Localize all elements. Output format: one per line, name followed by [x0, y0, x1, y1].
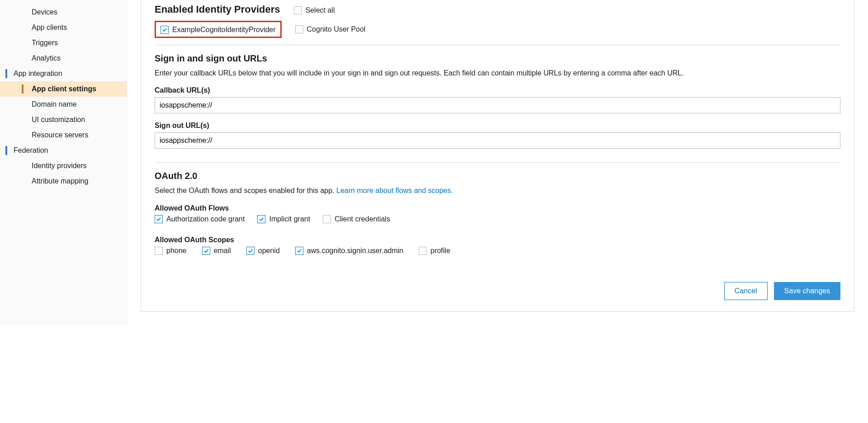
flow-auth-code-label: Authorization code grant [166, 215, 245, 223]
sidebar-item-resource-servers[interactable]: Resource servers [0, 127, 127, 143]
flow-implicit-checkbox[interactable]: Implicit grant [257, 215, 310, 223]
flow-client-credentials-label: Client credentials [335, 215, 390, 223]
checkbox-icon [295, 25, 303, 33]
oauth-heading: OAuth 2.0 [155, 171, 840, 181]
cancel-button[interactable]: Cancel [724, 282, 768, 300]
content-box: Enabled Identity Providers Select all Ex… [141, 0, 854, 312]
sidebar-item-triggers[interactable]: Triggers [0, 35, 127, 51]
sidebar-item-app-clients[interactable]: App clients [0, 20, 127, 35]
sidebar-item-federation[interactable]: Federation [0, 143, 127, 158]
sidebar-item-identity-providers[interactable]: Identity providers [0, 158, 127, 174]
provider-example-label: ExampleCognitoIdentityProvider [172, 26, 276, 34]
checkbox-icon [246, 247, 255, 255]
checkbox-icon [155, 247, 163, 255]
checkbox-icon [419, 247, 427, 255]
sidebar-item-attribute-mapping[interactable]: Attribute mapping [0, 174, 127, 189]
allowed-scopes-label: Allowed OAuth Scopes [155, 236, 840, 244]
scope-openid-label: openid [258, 247, 280, 255]
scope-phone-checkbox[interactable]: phone [155, 247, 187, 255]
scope-email-label: email [214, 247, 231, 255]
enabled-idp-heading: Enabled Identity Providers [155, 4, 280, 15]
signout-url-input[interactable] [155, 132, 840, 149]
checkbox-icon [155, 215, 163, 223]
scope-aws-cognito-label: aws.cognito.signin.user.admin [307, 247, 403, 255]
learn-more-link[interactable]: Learn more about flows and scopes. [336, 187, 453, 194]
scope-aws-cognito-checkbox[interactable]: aws.cognito.signin.user.admin [295, 247, 403, 255]
checkbox-icon [160, 26, 169, 34]
flow-implicit-label: Implicit grant [269, 215, 310, 223]
flow-client-credentials-checkbox[interactable]: Client credentials [323, 215, 390, 223]
callback-url-input[interactable] [155, 97, 840, 113]
checkbox-icon [294, 6, 302, 14]
scope-openid-checkbox[interactable]: openid [246, 247, 280, 255]
main-content: Enabled Identity Providers Select all Ex… [127, 0, 868, 325]
sidebar-item-app-client-settings[interactable]: App client settings [0, 81, 127, 97]
checkbox-icon [257, 215, 265, 223]
scope-profile-checkbox[interactable]: profile [419, 247, 450, 255]
checkbox-icon [295, 247, 303, 255]
scope-profile-label: profile [430, 247, 450, 255]
highlighted-provider: ExampleCognitoIdentityProvider [155, 21, 282, 38]
provider-cognito-checkbox[interactable]: Cognito User Pool [295, 21, 366, 33]
callback-url-label: Callback URL(s) [155, 86, 840, 94]
sidebar-item-devices[interactable]: Devices [0, 5, 127, 20]
urls-heading: Sign in and sign out URLs [155, 53, 840, 64]
divider [155, 45, 840, 45]
oauth-desc-prefix: Select the OAuth flows and scopes enable… [155, 187, 336, 194]
urls-description: Enter your callback URLs below that you … [155, 68, 840, 78]
scope-phone-label: phone [166, 247, 187, 255]
divider [155, 162, 840, 163]
provider-example-checkbox[interactable]: ExampleCognitoIdentityProvider [160, 26, 276, 34]
sidebar: Devices App clients Triggers Analytics A… [0, 0, 127, 325]
oauth-description: Select the OAuth flows and scopes enable… [155, 186, 840, 196]
flow-auth-code-checkbox[interactable]: Authorization code grant [155, 215, 245, 223]
sidebar-item-ui-customization[interactable]: UI customization [0, 112, 127, 127]
sidebar-item-analytics[interactable]: Analytics [0, 51, 127, 66]
checkbox-icon [323, 215, 331, 223]
sidebar-item-app-integration[interactable]: App integration [0, 66, 127, 81]
provider-cognito-label: Cognito User Pool [307, 25, 366, 33]
save-changes-button[interactable]: Save changes [774, 282, 840, 300]
checkbox-icon [202, 247, 210, 255]
signout-url-label: Sign out URL(s) [155, 122, 840, 130]
allowed-flows-label: Allowed OAuth Flows [155, 204, 840, 212]
scope-email-checkbox[interactable]: email [202, 247, 231, 255]
select-all-checkbox[interactable]: Select all [294, 6, 335, 14]
select-all-label: Select all [306, 6, 335, 14]
sidebar-item-domain-name[interactable]: Domain name [0, 97, 127, 112]
